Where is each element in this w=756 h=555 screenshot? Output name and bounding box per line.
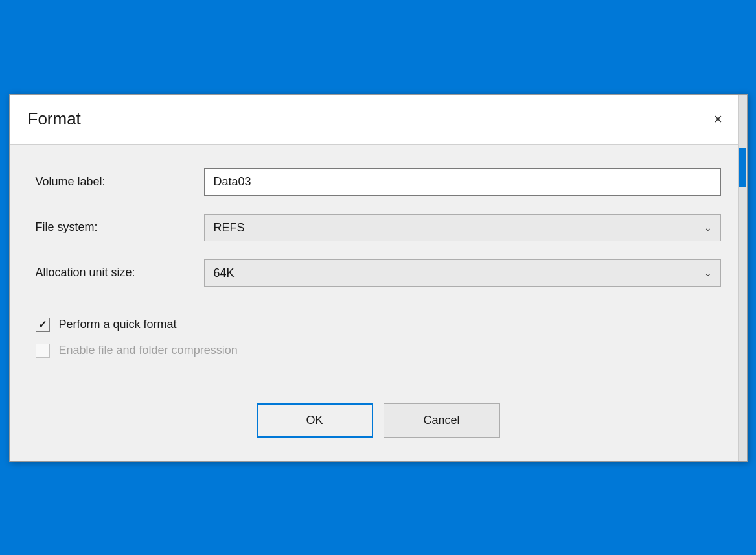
scrollbar-thumb <box>739 148 746 187</box>
compression-checkbox-container: Enable file and folder compression <box>36 344 238 358</box>
volume-label-row: Volume label: <box>36 168 721 196</box>
compression-checkbox <box>36 344 50 358</box>
allocation-label: Allocation unit size: <box>36 266 204 279</box>
button-row: OK Cancel <box>10 393 747 461</box>
file-system-wrapper: REFS NTFS FAT32 exFAT ⌄ <box>204 214 721 241</box>
spacer <box>36 305 721 318</box>
cancel-button[interactable]: Cancel <box>384 403 500 438</box>
quick-format-row: Perform a quick format <box>36 318 721 332</box>
quick-format-checkbox-container[interactable]: Perform a quick format <box>36 318 177 332</box>
volume-label-wrapper <box>204 168 721 196</box>
title-bar: Format × <box>10 95 747 145</box>
file-system-select-wrapper: REFS NTFS FAT32 exFAT ⌄ <box>204 214 721 241</box>
scrollbar <box>738 95 747 461</box>
quick-format-checkbox[interactable] <box>36 318 50 332</box>
dialog-body: Volume label: File system: REFS NTFS FAT… <box>10 145 747 393</box>
volume-label-input[interactable] <box>204 168 721 196</box>
compression-label: Enable file and folder compression <box>59 344 238 357</box>
dialog-title: Format <box>28 109 81 129</box>
allocation-select[interactable]: 64K 4096 8192 16K 32K <box>204 259 721 287</box>
allocation-row: Allocation unit size: 64K 4096 8192 16K … <box>36 259 721 287</box>
allocation-wrapper: 64K 4096 8192 16K 32K ⌄ <box>204 259 721 287</box>
compression-row: Enable file and folder compression <box>36 344 721 358</box>
file-system-select[interactable]: REFS NTFS FAT32 exFAT <box>204 214 721 241</box>
quick-format-label: Perform a quick format <box>59 318 177 331</box>
volume-label-text: Volume label: <box>36 175 204 189</box>
file-system-row: File system: REFS NTFS FAT32 exFAT ⌄ <box>36 214 721 241</box>
file-system-label: File system: <box>36 220 204 234</box>
allocation-select-wrapper: 64K 4096 8192 16K 32K ⌄ <box>204 259 721 287</box>
ok-button[interactable]: OK <box>257 403 373 438</box>
close-button[interactable]: × <box>705 106 731 132</box>
format-dialog: Format × Volume label: File system: REFS… <box>9 94 748 462</box>
